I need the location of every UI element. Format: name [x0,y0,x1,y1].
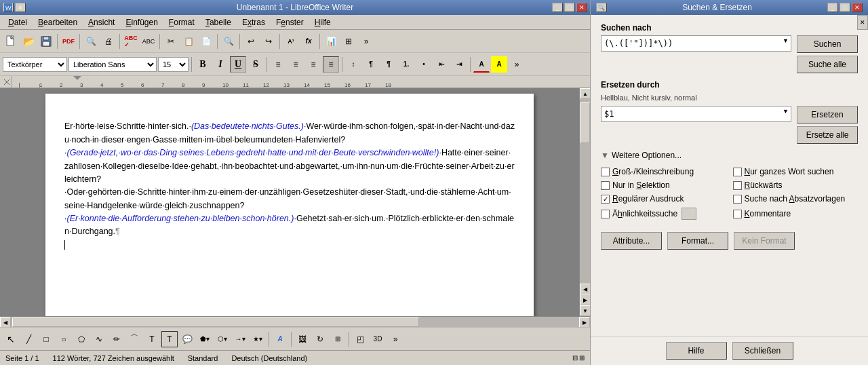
find-btn[interactable]: 🔍 [220,33,237,50]
fr-minimize-btn[interactable]: _ [827,3,838,12]
print-btn[interactable]: 🖨 [100,33,117,50]
similarity-options-btn[interactable] [682,208,696,220]
replace-btn[interactable]: Ersetzen [797,106,858,123]
para-style-btn2[interactable]: ¶ [380,56,397,73]
option-whole-word[interactable]: Nur ganzes Wort suchen [733,167,859,176]
numbering-btn[interactable]: 1. [398,56,414,73]
fr-maximize-btn[interactable]: □ [840,3,850,12]
option-backwards[interactable]: Rückwärts [733,180,859,190]
3d-btn[interactable]: 3D [370,331,386,347]
poly-btn[interactable]: ⬠ [73,331,90,347]
search-all-btn[interactable]: Suche alle [797,56,858,73]
scroll-prev-btn[interactable]: ◀ [580,284,590,294]
scrollbar-vertical[interactable]: ▲ ◀ ▶ ▼ [579,88,590,316]
bold-btn[interactable]: B [195,56,211,73]
char-color-btn[interactable]: A [473,56,490,73]
autocorrect-btn[interactable]: ABC [140,33,157,50]
arrow-btn[interactable]: →▾ [232,331,248,347]
close-btn-writer[interactable]: ✕ [576,3,587,12]
attributes-btn[interactable]: Attribute... [601,232,662,250]
scroll-left-btn[interactable]: ◀ [0,317,11,327]
redo-btn[interactable]: ↪ [260,33,277,50]
scroll-down-btn[interactable]: ▼ [580,305,590,316]
option-similarity[interactable]: Ähnlichkeitssuche [601,208,726,220]
checkbox-whole-word[interactable] [733,168,742,176]
draw-more-btn[interactable]: » [387,331,403,347]
open-btn[interactable]: 📂 [20,33,37,50]
option-regex[interactable]: ✓ Regulärer Ausdruck [601,194,726,204]
checkbox-backwards[interactable] [733,181,742,190]
menu-extras[interactable]: Extras [237,16,271,28]
cut-btn[interactable]: ✂ [163,33,179,50]
menu-fenster[interactable]: Fenster [271,16,309,28]
from-file-btn[interactable]: 🖼 [294,331,311,347]
expand-options-btn[interactable]: ▼ Weitere Optionen... [601,151,858,160]
stars-btn[interactable]: ★▾ [250,331,266,347]
fr-close-btn[interactable]: ✕ [852,3,863,12]
search-btn[interactable]: Suchen [797,35,858,53]
search-dropdown[interactable]: (\.(['"])]*\)) [601,35,791,52]
select-btn[interactable]: ↖ [3,331,19,347]
align-right-btn[interactable]: ≡ [305,56,321,73]
save-btn[interactable] [38,33,54,50]
format-btn[interactable]: Format... [667,232,728,250]
menu-btn-1[interactable]: ≡ [15,3,26,12]
menu-ansicht[interactable]: Ansicht [83,16,120,28]
option-case[interactable]: Groß-/Kleinschreibung [601,167,726,176]
copy-btn[interactable]: 📋 [180,33,197,50]
checkbox-selection[interactable] [601,181,610,190]
close-btn[interactable]: Schließen [732,342,793,360]
scroll-thumb-h[interactable] [12,318,419,327]
document-page[interactable]: Er·hörte·leise·Schritte·hinter·sich.·(Da… [45,94,534,316]
italic-btn[interactable]: I [212,56,229,73]
callout-btn[interactable]: 💬 [179,331,195,347]
line-spacing-btn[interactable]: ↕ [345,56,361,73]
menu-bearbeiten[interactable]: Bearbeiten [33,16,83,28]
freehand-btn[interactable]: ✏ [108,331,125,347]
strikethrough-btn[interactable]: S [248,56,264,73]
pdf-btn[interactable]: PDF [60,33,77,50]
scroll-thumb-v[interactable] [580,102,590,143]
print-preview-btn[interactable]: 🔍 [83,33,99,50]
bullets-btn[interactable]: • [416,56,432,73]
document-content[interactable]: Er·hörte·leise·Schritte·hinter·sich.·(Da… [64,107,515,265]
menu-datei[interactable]: Datei [3,16,33,28]
checkbox-regex[interactable]: ✓ [601,195,610,204]
line-btn[interactable]: ╱ [20,331,37,347]
menu-einfuegen[interactable]: Einfügen [120,16,163,28]
flowchart-btn[interactable]: ⬡▾ [214,331,231,347]
checkbox-case[interactable] [601,168,610,176]
fields-btn[interactable]: A¹ [283,33,299,50]
formula-btn[interactable]: fx [300,33,317,50]
document-area[interactable]: Er·hörte·leise·Schritte·hinter·sich.·(Da… [0,88,579,316]
more-btn[interactable]: » [358,33,374,50]
format-more-btn[interactable]: » [509,56,525,73]
text-btn[interactable]: T [144,331,160,347]
checkbox-para-styles[interactable] [733,195,742,204]
shadow-btn[interactable]: ◰ [352,331,368,347]
ellipse-btn[interactable]: ○ [56,331,72,347]
checkbox-similarity[interactable] [601,210,610,218]
maximize-btn[interactable]: □ [564,3,575,12]
undo-btn[interactable]: ↩ [243,33,259,50]
align-center-btn[interactable]: ≡ [288,56,304,73]
checkbox-comments[interactable] [733,210,742,218]
option-para-styles[interactable]: Suche nach Absatzvorlagen [733,194,859,204]
underline-btn[interactable]: U [230,56,246,73]
menu-format[interactable]: Format [163,16,200,28]
chart-btn[interactable]: 📊 [323,33,339,50]
scroll-up-btn[interactable]: ▲ [580,88,590,99]
indent-inc-btn[interactable]: ⇥ [451,56,467,73]
align-draw-btn[interactable]: ⊞ [330,331,346,347]
spellcheck-btn[interactable]: ABC✓ [123,33,139,50]
highlight-btn[interactable]: A [491,56,507,73]
scroll-right-btn[interactable]: ▶ [579,317,590,327]
option-selection[interactable]: Nur in Selektion [601,180,726,190]
align-justify-btn[interactable]: ≡ [323,56,339,73]
shapes-btn[interactable]: ⬟▾ [197,331,213,347]
replace-dropdown[interactable]: $1 [601,106,791,122]
font-dropdown[interactable]: Liberation Sans [68,57,157,72]
table-btn[interactable]: ⊞ [340,33,357,50]
no-format-btn[interactable]: Kein Format [734,232,795,250]
para-style-btn1[interactable]: ¶ [363,56,379,73]
